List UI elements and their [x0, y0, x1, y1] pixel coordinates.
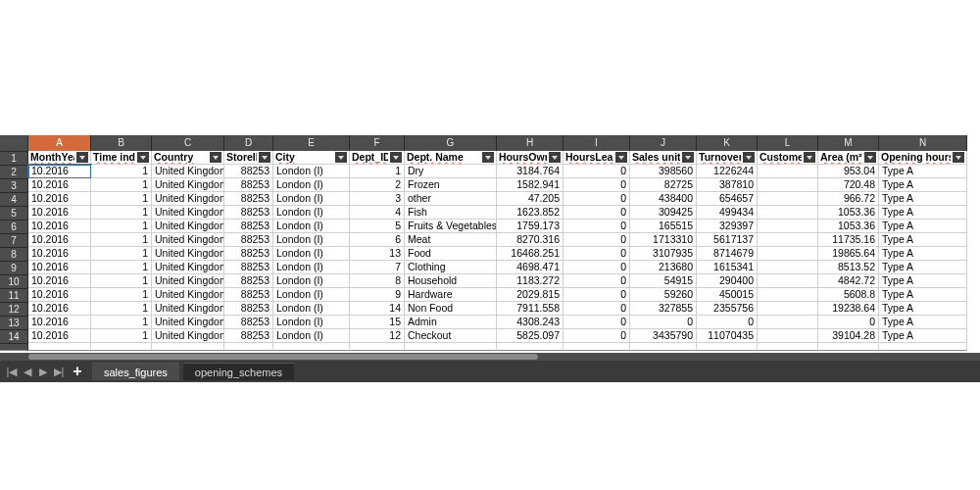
- cell-L8[interactable]: [758, 247, 818, 261]
- cell-E11[interactable]: London (I): [273, 288, 350, 302]
- cell-A14[interactable]: 10.2016: [28, 329, 91, 343]
- column-header-M[interactable]: M: [818, 135, 879, 151]
- cell-I12[interactable]: 0: [564, 302, 630, 316]
- cell-G5[interactable]: Fish: [405, 206, 497, 220]
- cell-F7[interactable]: 6: [350, 233, 405, 247]
- row-header-partial[interactable]: [0, 343, 28, 351]
- cell-I6[interactable]: 0: [564, 220, 630, 233]
- add-sheet-button[interactable]: +: [67, 363, 88, 380]
- filter-dropdown-icon[interactable]: [335, 152, 347, 163]
- row-header-13[interactable]: 13: [0, 316, 28, 329]
- row-header-12[interactable]: 12: [0, 302, 28, 316]
- filter-dropdown-icon[interactable]: [743, 152, 755, 163]
- row-header-6[interactable]: 6: [0, 220, 28, 233]
- cell-C6[interactable]: United Kingdom: [152, 220, 224, 233]
- column-header-N[interactable]: N: [879, 135, 967, 151]
- cell-K13[interactable]: 0: [697, 316, 758, 329]
- cell-partial-I[interactable]: [564, 343, 630, 351]
- cell-A12[interactable]: 10.2016: [28, 302, 91, 316]
- cell-N7[interactable]: Type A: [879, 233, 967, 247]
- cell-J2[interactable]: 398560: [630, 165, 697, 178]
- cell-F3[interactable]: 2: [350, 178, 405, 192]
- filter-dropdown-icon[interactable]: [137, 152, 149, 163]
- cell-D8[interactable]: 88253: [224, 247, 273, 261]
- cell-J7[interactable]: 1713310: [630, 233, 697, 247]
- cell-B6[interactable]: 1: [91, 220, 152, 233]
- cell-N5[interactable]: Type A: [879, 206, 967, 220]
- row-header-7[interactable]: 7: [0, 233, 28, 247]
- filter-dropdown-icon[interactable]: [615, 152, 627, 163]
- cell-partial-K[interactable]: [697, 343, 758, 351]
- tab-nav-last[interactable]: ▶|: [51, 363, 67, 380]
- cell-N10[interactable]: Type A: [879, 274, 967, 288]
- cell-J4[interactable]: 438400: [630, 192, 697, 206]
- cell-E2[interactable]: London (I): [273, 165, 350, 178]
- cell-D14[interactable]: 88253: [224, 329, 273, 343]
- cell-C5[interactable]: United Kingdom: [152, 206, 224, 220]
- cell-H12[interactable]: 7911.558: [497, 302, 564, 316]
- cell-N3[interactable]: Type A: [879, 178, 967, 192]
- cell-H5[interactable]: 1623.852: [497, 206, 564, 220]
- cell-D10[interactable]: 88253: [224, 274, 273, 288]
- cell-M13[interactable]: 0: [818, 316, 879, 329]
- select-all-corner[interactable]: [0, 135, 28, 151]
- cell-partial-N[interactable]: [879, 343, 967, 351]
- cell-I10[interactable]: 0: [564, 274, 630, 288]
- cell-L11[interactable]: [758, 288, 818, 302]
- cell-M7[interactable]: 11735.16: [818, 233, 879, 247]
- cell-M6[interactable]: 1053.36: [818, 220, 879, 233]
- cell-I13[interactable]: 0: [564, 316, 630, 329]
- cell-K8[interactable]: 8714679: [697, 247, 758, 261]
- cell-A4[interactable]: 10.2016: [28, 192, 91, 206]
- filter-dropdown-icon[interactable]: [682, 152, 694, 163]
- cell-K2[interactable]: 1226244: [697, 165, 758, 178]
- cell-partial-H[interactable]: [497, 343, 564, 351]
- row-header-1[interactable]: 1: [0, 151, 28, 165]
- cell-F9[interactable]: 7: [350, 261, 405, 274]
- cell-partial-J[interactable]: [630, 343, 697, 351]
- cell-N8[interactable]: Type A: [879, 247, 967, 261]
- column-header-E[interactable]: E: [273, 135, 350, 151]
- cell-partial-F[interactable]: [350, 343, 405, 351]
- cell-H8[interactable]: 16468.251: [497, 247, 564, 261]
- header-cell-D[interactable]: StoreID: [224, 151, 273, 165]
- tab-nav-prev[interactable]: ◀: [20, 363, 35, 380]
- filter-dropdown-icon[interactable]: [864, 152, 876, 163]
- cell-N11[interactable]: Type A: [879, 288, 967, 302]
- cell-D5[interactable]: 88253: [224, 206, 273, 220]
- cell-I7[interactable]: 0: [564, 233, 630, 247]
- filter-dropdown-icon[interactable]: [953, 152, 964, 163]
- cell-A8[interactable]: 10.2016: [28, 247, 91, 261]
- cell-J3[interactable]: 82725: [630, 178, 697, 192]
- cell-J5[interactable]: 309425: [630, 206, 697, 220]
- filter-dropdown-icon[interactable]: [210, 152, 221, 163]
- row-header-9[interactable]: 9: [0, 261, 28, 274]
- cell-C4[interactable]: United Kingdom: [152, 192, 224, 206]
- cell-E13[interactable]: London (I): [273, 316, 350, 329]
- row-header-11[interactable]: 11: [0, 288, 28, 302]
- filter-dropdown-icon[interactable]: [390, 152, 402, 163]
- cell-G3[interactable]: Frozen: [405, 178, 497, 192]
- cell-D2[interactable]: 88253: [224, 165, 273, 178]
- cell-partial-M[interactable]: [818, 343, 879, 351]
- cell-C12[interactable]: United Kingdom: [152, 302, 224, 316]
- row-header-14[interactable]: 14: [0, 329, 28, 343]
- cell-G2[interactable]: Dry: [405, 165, 497, 178]
- column-header-J[interactable]: J: [630, 135, 697, 151]
- cell-C9[interactable]: United Kingdom: [152, 261, 224, 274]
- cell-H11[interactable]: 2029.815: [497, 288, 564, 302]
- cell-M9[interactable]: 8513.52: [818, 261, 879, 274]
- cell-H13[interactable]: 4308.243: [497, 316, 564, 329]
- row-header-4[interactable]: 4: [0, 192, 28, 206]
- cell-L5[interactable]: [758, 206, 818, 220]
- header-cell-I[interactable]: HoursLease: [564, 151, 630, 165]
- cell-B12[interactable]: 1: [91, 302, 152, 316]
- sheet-tab-opening_schemes[interactable]: opening_schemes: [183, 363, 294, 380]
- cell-L14[interactable]: [758, 329, 818, 343]
- cell-partial-L[interactable]: [758, 343, 818, 351]
- cell-B5[interactable]: 1: [91, 206, 152, 220]
- cell-D11[interactable]: 88253: [224, 288, 273, 302]
- header-cell-L[interactable]: Customer: [758, 151, 818, 165]
- cell-L10[interactable]: [758, 274, 818, 288]
- column-header-G[interactable]: G: [405, 135, 497, 151]
